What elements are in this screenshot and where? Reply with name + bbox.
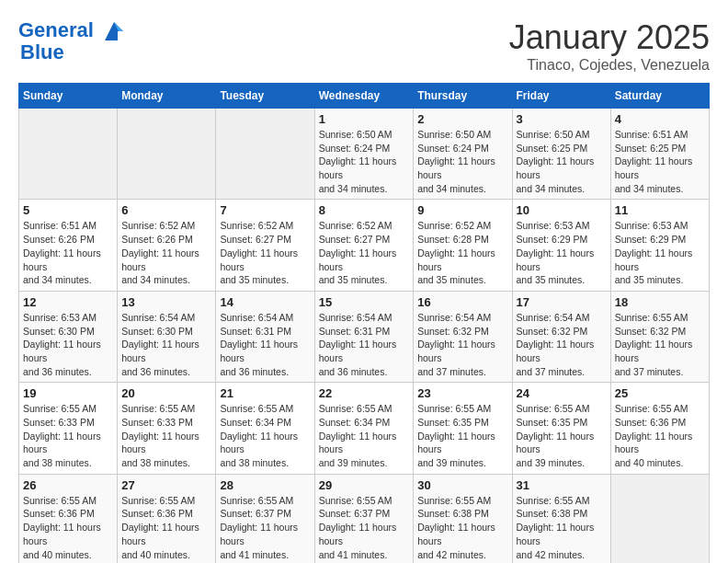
day-number: 10	[517, 203, 607, 217]
day-info: Sunrise: 6:55 AMSunset: 6:33 PMDaylight:…	[23, 402, 113, 469]
page-header: General Blue January 2025 Tinaco, Cojede…	[18, 18, 710, 74]
calendar-cell: 10Sunrise: 6:53 AMSunset: 6:29 PMDayligh…	[512, 200, 610, 291]
day-number: 7	[220, 203, 310, 217]
calendar-cell: 4Sunrise: 6:51 AMSunset: 6:25 PMDaylight…	[610, 109, 709, 200]
calendar-cell: 2Sunrise: 6:50 AMSunset: 6:24 PMDaylight…	[414, 109, 512, 200]
weekday-header-sunday: Sunday	[19, 84, 118, 109]
day-info: Sunrise: 6:55 AMSunset: 6:34 PMDaylight:…	[220, 402, 310, 469]
day-number: 14	[220, 295, 310, 309]
day-number: 17	[517, 295, 607, 309]
day-number: 11	[615, 203, 705, 217]
day-info: Sunrise: 6:51 AMSunset: 6:25 PMDaylight:…	[615, 128, 705, 195]
calendar-cell: 8Sunrise: 6:52 AMSunset: 6:27 PMDaylight…	[314, 200, 414, 291]
day-number: 23	[417, 386, 507, 400]
day-info: Sunrise: 6:54 AMSunset: 6:32 PMDaylight:…	[517, 311, 607, 378]
calendar-cell: 14Sunrise: 6:54 AMSunset: 6:31 PMDayligh…	[216, 291, 314, 382]
day-info: Sunrise: 6:52 AMSunset: 6:27 PMDaylight:…	[319, 219, 410, 286]
day-number: 25	[615, 386, 705, 400]
day-info: Sunrise: 6:50 AMSunset: 6:25 PMDaylight:…	[517, 128, 607, 195]
day-number: 18	[615, 295, 705, 309]
calendar-cell: 16Sunrise: 6:54 AMSunset: 6:32 PMDayligh…	[414, 291, 512, 382]
weekday-header-thursday: Thursday	[414, 84, 512, 109]
calendar-cell: 24Sunrise: 6:55 AMSunset: 6:35 PMDayligh…	[512, 383, 610, 474]
day-number: 20	[121, 386, 211, 400]
calendar-cell: 27Sunrise: 6:55 AMSunset: 6:36 PMDayligh…	[118, 474, 216, 563]
weekday-header-monday: Monday	[118, 84, 216, 109]
calendar-cell: 31Sunrise: 6:55 AMSunset: 6:38 PMDayligh…	[512, 474, 610, 563]
day-info: Sunrise: 6:52 AMSunset: 6:28 PMDaylight:…	[417, 219, 507, 286]
day-number: 31	[517, 478, 607, 492]
day-number: 16	[417, 295, 507, 309]
day-number: 9	[417, 203, 507, 217]
day-info: Sunrise: 6:50 AMSunset: 6:24 PMDaylight:…	[319, 128, 410, 195]
calendar-cell: 21Sunrise: 6:55 AMSunset: 6:34 PMDayligh…	[216, 383, 314, 474]
calendar-table: SundayMondayTuesdayWednesdayThursdayFrid…	[18, 83, 710, 563]
day-number: 4	[615, 112, 705, 126]
day-info: Sunrise: 6:54 AMSunset: 6:30 PMDaylight:…	[121, 311, 211, 378]
day-info: Sunrise: 6:54 AMSunset: 6:32 PMDaylight:…	[417, 311, 507, 378]
calendar-cell: 25Sunrise: 6:55 AMSunset: 6:36 PMDayligh…	[610, 383, 709, 474]
day-info: Sunrise: 6:54 AMSunset: 6:31 PMDaylight:…	[220, 311, 310, 378]
day-info: Sunrise: 6:55 AMSunset: 6:38 PMDaylight:…	[517, 494, 607, 561]
calendar-cell: 20Sunrise: 6:55 AMSunset: 6:33 PMDayligh…	[118, 383, 216, 474]
calendar-cell: 5Sunrise: 6:51 AMSunset: 6:26 PMDaylight…	[19, 200, 118, 291]
calendar-cell: 29Sunrise: 6:55 AMSunset: 6:37 PMDayligh…	[314, 474, 414, 563]
day-number: 8	[319, 203, 410, 217]
day-number: 5	[23, 203, 113, 217]
day-info: Sunrise: 6:53 AMSunset: 6:29 PMDaylight:…	[615, 219, 705, 286]
calendar-cell: 3Sunrise: 6:50 AMSunset: 6:25 PMDaylight…	[512, 109, 610, 200]
day-info: Sunrise: 6:54 AMSunset: 6:31 PMDaylight:…	[319, 311, 410, 378]
day-number: 3	[517, 112, 607, 126]
weekday-header-friday: Friday	[512, 84, 610, 109]
weekday-header-wednesday: Wednesday	[314, 84, 414, 109]
calendar-cell: 12Sunrise: 6:53 AMSunset: 6:30 PMDayligh…	[19, 291, 118, 382]
calendar-cell: 17Sunrise: 6:54 AMSunset: 6:32 PMDayligh…	[512, 291, 610, 382]
day-number: 13	[121, 295, 211, 309]
month-title: January 2025	[509, 18, 710, 57]
day-info: Sunrise: 6:55 AMSunset: 6:36 PMDaylight:…	[615, 402, 705, 469]
day-info: Sunrise: 6:52 AMSunset: 6:27 PMDaylight:…	[220, 219, 310, 286]
calendar-cell	[216, 109, 314, 200]
day-number: 6	[121, 203, 211, 217]
calendar-cell: 22Sunrise: 6:55 AMSunset: 6:34 PMDayligh…	[314, 383, 414, 474]
calendar-cell: 11Sunrise: 6:53 AMSunset: 6:29 PMDayligh…	[610, 200, 709, 291]
day-number: 26	[23, 478, 113, 492]
calendar-cell	[19, 109, 118, 200]
calendar-cell: 15Sunrise: 6:54 AMSunset: 6:31 PMDayligh…	[314, 291, 414, 382]
day-info: Sunrise: 6:55 AMSunset: 6:36 PMDaylight:…	[121, 494, 211, 561]
calendar-cell: 19Sunrise: 6:55 AMSunset: 6:33 PMDayligh…	[19, 383, 118, 474]
day-number: 21	[220, 386, 310, 400]
day-number: 19	[23, 386, 113, 400]
day-info: Sunrise: 6:55 AMSunset: 6:36 PMDaylight:…	[23, 494, 113, 561]
day-number: 29	[319, 478, 410, 492]
calendar-cell: 28Sunrise: 6:55 AMSunset: 6:37 PMDayligh…	[216, 474, 314, 563]
day-number: 1	[319, 112, 410, 126]
calendar-cell: 7Sunrise: 6:52 AMSunset: 6:27 PMDaylight…	[216, 200, 314, 291]
day-info: Sunrise: 6:55 AMSunset: 6:37 PMDaylight:…	[319, 494, 410, 561]
calendar-cell: 30Sunrise: 6:55 AMSunset: 6:38 PMDayligh…	[414, 474, 512, 563]
calendar-cell: 1Sunrise: 6:50 AMSunset: 6:24 PMDaylight…	[314, 109, 414, 200]
title-block: January 2025 Tinaco, Cojedes, Venezuela	[509, 18, 710, 74]
calendar-cell: 23Sunrise: 6:55 AMSunset: 6:35 PMDayligh…	[414, 383, 512, 474]
location-subtitle: Tinaco, Cojedes, Venezuela	[509, 57, 710, 74]
day-info: Sunrise: 6:55 AMSunset: 6:35 PMDaylight:…	[517, 402, 607, 469]
day-info: Sunrise: 6:52 AMSunset: 6:26 PMDaylight:…	[121, 219, 211, 286]
day-info: Sunrise: 6:55 AMSunset: 6:33 PMDaylight:…	[121, 402, 211, 469]
day-info: Sunrise: 6:55 AMSunset: 6:35 PMDaylight:…	[417, 402, 507, 469]
day-info: Sunrise: 6:55 AMSunset: 6:38 PMDaylight:…	[417, 494, 507, 561]
calendar-cell: 6Sunrise: 6:52 AMSunset: 6:26 PMDaylight…	[118, 200, 216, 291]
weekday-header-tuesday: Tuesday	[216, 84, 314, 109]
calendar-cell	[610, 474, 709, 563]
day-info: Sunrise: 6:53 AMSunset: 6:29 PMDaylight:…	[517, 219, 607, 286]
day-info: Sunrise: 6:55 AMSunset: 6:32 PMDaylight:…	[615, 311, 705, 378]
day-number: 30	[417, 478, 507, 492]
calendar-cell: 9Sunrise: 6:52 AMSunset: 6:28 PMDaylight…	[414, 200, 512, 291]
day-number: 22	[319, 386, 410, 400]
day-number: 2	[417, 112, 507, 126]
day-info: Sunrise: 6:53 AMSunset: 6:30 PMDaylight:…	[23, 311, 113, 378]
day-number: 28	[220, 478, 310, 492]
calendar-cell: 13Sunrise: 6:54 AMSunset: 6:30 PMDayligh…	[118, 291, 216, 382]
calendar-cell: 18Sunrise: 6:55 AMSunset: 6:32 PMDayligh…	[610, 291, 709, 382]
day-number: 15	[319, 295, 410, 309]
logo: General Blue	[18, 18, 127, 64]
